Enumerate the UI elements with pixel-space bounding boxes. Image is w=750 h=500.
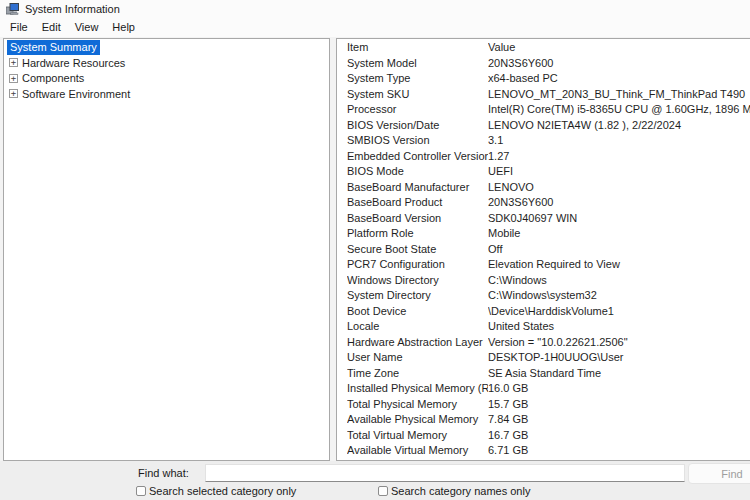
value-cell: C:\Windows — [488, 273, 750, 289]
item-cell: BaseBoard Product — [347, 195, 488, 211]
value-cell: 20N3S6Y600 — [488, 195, 750, 211]
column-header-value[interactable]: Value — [488, 40, 750, 56]
table-row[interactable]: BIOS ModeUEFI — [337, 164, 750, 180]
menu-item-edit[interactable]: Edit — [35, 19, 68, 35]
menu-item-view[interactable]: View — [68, 19, 106, 35]
tree-item-software-environment[interactable]: +Software Environment — [4, 86, 329, 102]
table-row[interactable]: SMBIOS Version3.1 — [337, 133, 750, 149]
find-what-label: Find what: — [138, 467, 189, 479]
table-row[interactable]: Time ZoneSE Asia Standard Time — [337, 366, 750, 382]
window-title: System Information — [25, 3, 120, 15]
table-row[interactable]: Hardware Abstraction LayerVersion = "10.… — [337, 335, 750, 351]
value-cell: Intel(R) Core(TM) i5-8365U CPU @ 1.60GHz… — [488, 102, 750, 118]
tree-item-label: Software Environment — [22, 88, 130, 100]
expand-plus-icon[interactable]: + — [9, 58, 18, 67]
tree-item-label: Components — [22, 72, 84, 84]
table-row[interactable]: PCR7 ConfigurationElevation Required to … — [337, 257, 750, 273]
table-row[interactable]: Boot Device\Device\HarddiskVolume1 — [337, 304, 750, 320]
item-cell: BIOS Version/Date — [347, 118, 488, 134]
table-row[interactable]: System Typex64-based PC — [337, 71, 750, 87]
item-cell: BaseBoard Version — [347, 211, 488, 227]
value-cell: Version = "10.0.22621.2506" — [488, 335, 750, 351]
table-row[interactable]: Total Physical Memory15.7 GB — [337, 397, 750, 413]
table-row[interactable]: BaseBoard VersionSDK0J40697 WIN — [337, 211, 750, 227]
table-row[interactable]: Installed Physical Memory (RA...16.0 GB — [337, 381, 750, 397]
details-panel: Item Value System Model20N3S6Y600System … — [336, 38, 750, 461]
value-cell: Mobile — [488, 226, 750, 242]
item-cell: Time Zone — [347, 366, 488, 382]
item-cell: Boot Device — [347, 304, 488, 320]
table-row[interactable]: Available Physical Memory7.84 GB — [337, 412, 750, 428]
table-row[interactable]: Secure Boot StateOff — [337, 242, 750, 258]
find-bar: Find what: Find Search selected category… — [0, 461, 750, 500]
value-cell: United States — [488, 319, 750, 335]
table-row[interactable]: System SKULENOVO_MT_20N3_BU_Think_FM_Thi… — [337, 87, 750, 103]
value-cell: 3.1 — [488, 133, 750, 149]
checkbox-icon[interactable] — [378, 486, 388, 496]
find-button[interactable]: Find — [688, 463, 750, 484]
details-header-row: Item Value — [337, 40, 750, 56]
table-row[interactable]: User NameDESKTOP-1H0UUOG\User — [337, 350, 750, 366]
item-cell: Total Physical Memory — [347, 397, 488, 413]
table-row[interactable]: BaseBoard ManufacturerLENOVO — [337, 180, 750, 196]
item-cell: PCR7 Configuration — [347, 257, 488, 273]
item-cell: Available Virtual Memory — [347, 443, 488, 459]
value-cell: \Device\HarddiskVolume1 — [488, 304, 750, 320]
table-row[interactable]: BIOS Version/DateLENOVO N2IETA4W (1.82 )… — [337, 118, 750, 134]
search-category-names-checkbox[interactable]: Search category names only — [378, 485, 530, 497]
search-selected-category-label: Search selected category only — [149, 485, 296, 497]
value-cell: 6.71 GB — [488, 443, 750, 459]
value-cell: 16.7 GB — [488, 428, 750, 444]
table-row[interactable]: System Model20N3S6Y600 — [337, 56, 750, 72]
value-cell: SDK0J40697 WIN — [488, 211, 750, 227]
table-row[interactable]: System DirectoryC:\Windows\system32 — [337, 288, 750, 304]
value-cell: Off — [488, 242, 750, 258]
checkbox-icon[interactable] — [136, 486, 146, 496]
column-header-item[interactable]: Item — [347, 40, 488, 56]
menu-item-file[interactable]: File — [3, 19, 35, 35]
item-cell: BaseBoard Manufacturer — [347, 180, 488, 196]
search-category-names-label: Search category names only — [391, 485, 530, 497]
menu-item-help[interactable]: Help — [105, 19, 142, 35]
value-cell: 7.84 GB — [488, 412, 750, 428]
table-row[interactable]: Total Virtual Memory16.7 GB — [337, 428, 750, 444]
item-cell: Windows Directory — [347, 273, 488, 289]
expand-plus-icon[interactable]: + — [9, 89, 18, 98]
table-row[interactable]: BaseBoard Product20N3S6Y600 — [337, 195, 750, 211]
table-row[interactable]: Windows DirectoryC:\Windows — [337, 273, 750, 289]
item-cell: Installed Physical Memory (RA... — [347, 381, 488, 397]
value-cell: x64-based PC — [488, 71, 750, 87]
expand-plus-icon[interactable]: + — [9, 74, 18, 83]
value-cell: 15.7 GB — [488, 397, 750, 413]
item-cell: BIOS Mode — [347, 164, 488, 180]
value-cell: SE Asia Standard Time — [488, 366, 750, 382]
item-cell: System Directory — [347, 288, 488, 304]
item-cell: SMBIOS Version — [347, 133, 488, 149]
item-cell: Embedded Controller Version — [347, 149, 488, 165]
tree-children: +Hardware Resources+Components+Software … — [4, 55, 329, 102]
search-selected-category-checkbox[interactable]: Search selected category only — [136, 485, 296, 497]
details-rows: System Model20N3S6Y600System Typex64-bas… — [337, 56, 750, 459]
item-cell: System SKU — [347, 87, 488, 103]
system-information-icon — [6, 3, 19, 15]
tree-item-components[interactable]: +Components — [4, 71, 329, 87]
tree-item-system-summary[interactable]: System Summary — [7, 40, 100, 55]
table-row[interactable]: ProcessorIntel(R) Core(TM) i5-8365U CPU … — [337, 102, 750, 118]
item-cell: Locale — [347, 319, 488, 335]
table-row[interactable]: Available Virtual Memory6.71 GB — [337, 443, 750, 459]
item-cell: Hardware Abstraction Layer — [347, 335, 488, 351]
table-row[interactable]: Embedded Controller Version1.27 — [337, 149, 750, 165]
table-row[interactable]: LocaleUnited States — [337, 319, 750, 335]
item-cell: Processor — [347, 102, 488, 118]
tree-item-label: Hardware Resources — [22, 57, 125, 69]
table-row[interactable]: Platform RoleMobile — [337, 226, 750, 242]
value-cell: LENOVO N2IETA4W (1.82 ), 2/22/2024 — [488, 118, 750, 134]
item-cell: System Model — [347, 56, 488, 72]
value-cell: UEFI — [488, 164, 750, 180]
item-cell: Available Physical Memory — [347, 412, 488, 428]
menu-bar: FileEditViewHelp — [0, 17, 750, 37]
find-input[interactable] — [205, 464, 685, 482]
category-tree-panel: System Summary +Hardware Resources+Compo… — [3, 38, 330, 461]
item-cell: User Name — [347, 350, 488, 366]
tree-item-hardware-resources[interactable]: +Hardware Resources — [4, 55, 329, 71]
